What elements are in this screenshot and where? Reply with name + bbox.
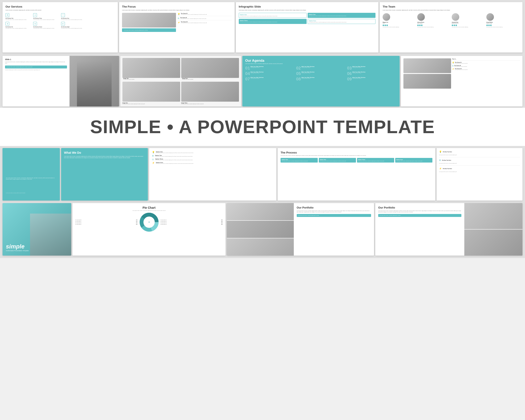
options-header-text3: Option Three Lorem ipsum dolor sit amet,… [155,158,193,160]
gallery-label-4: Image Four Lorem ipsum dolor sit amet, c… [182,78,193,80]
pie-slice-06-label: Pie Chart Slice 06 [75,223,81,224]
agenda-text-8: Write Your Slide Title Here Lorem ipsum … [301,77,314,79]
infographic-opt-3: Option Three Lorem ipsum dolor sit amet,… [239,19,307,24]
bulb-icon: 💡 [178,13,180,15]
focus-image-area: Lorem ipsum dolor sit amet, consectetur … [122,13,176,32]
agenda-num-9: 09 [347,77,352,81]
agenda-text-2: Write Your Slide Title Here Lorem ipsum … [301,66,314,68]
vision-right-img-1 [403,58,451,73]
portfolio-2-body: Lorem ipsum dolor sit amet, consectetur … [378,210,461,213]
portfolio-2-inner: Our Portfolio Lorem ipsum dolor sit amet… [375,203,523,256]
service-icon-1: ⊞ [5,13,9,17]
vision-text-1: The Vision 01 Lorem ipsum dolor sit amet… [181,13,207,15]
row2: Slide 1 Lorem ipsum dolor sit amet, cons… [0,55,525,108]
img-desc-3: Lorem ipsum dolor sit amet, consectetur … [181,103,239,104]
agenda-item-8: 08 Write Your Slide Title Here Lorem ips… [296,77,346,81]
service-icon-4: ★ [5,22,9,26]
pie-slice-03-label: Pie Chart Slice 03 [161,223,167,224]
agenda-num-4: 04 [245,71,250,75]
pie-slice-07-label: Pie Chart Slice 07 [75,221,81,222]
agenda-grid: 01 Write Your Slide Title Here Lorem ips… [245,66,397,81]
gallery-img-1 [122,82,180,102]
agenda-item-7: 07 Write Your Slide Title Here Lorem ips… [245,77,295,81]
pie-svg: ⊞ [140,213,159,232]
social-dot [456,25,457,26]
opt-header-desc3: Lorem ipsum dolor sit amet, consectetur … [155,160,193,160]
slide1-box-text: Lorem ipsum dolor sit amet, consectetur … [5,65,67,68]
gallery-item-4: Image Four Lorem ipsum dolor sit amet, c… [181,58,239,81]
slide-our-services: Our Services Lorem sit amet, consectetur… [2,2,118,53]
opt-label-4: Option Four [309,20,374,21]
service-name: Our Services Six [5,27,31,28]
avatar-amanda [452,13,459,21]
portfolio-food-img-1 [227,203,294,220]
pie-slice-04-label: Pie Chart Slice 04 [161,224,167,225]
agenda-text-7: Write Your Slide Title Here Lorem ipsum … [251,77,263,79]
social-dot [488,25,490,26]
opt-label-1: Option One [240,14,305,15]
vision-right-images [403,58,451,104]
vision-item-3: ⚡ The Vision 03 Lorem ipsum dolor sit am… [178,21,232,24]
proc-opt-desc-3: Lorem ipsum dolor sit amet, consectetur … [358,161,393,161]
right-item-label-2: Put New Text Here [442,160,451,161]
main-container: Our Services Lorem sit amet, consectetur… [0,0,525,258]
options-header2: ⊞ Option Two Lorem ipsum dolor sit amet,… [152,155,273,157]
slide1-footer-text: consectetur adipiscing elit, sed diam no… [5,69,67,70]
vision-lightning-3: ⚡ [452,68,454,70]
proc-opt-title-4: Option Four [396,159,431,160]
right-item-2: ⊞ Put New Text Here [439,159,520,161]
agenda-num-2: 02 [296,66,301,70]
focus-title: The Focus [122,5,231,8]
logo-person-area [30,214,71,256]
social-dot [10,196,11,197]
options-header: 💡 Option One Lorem ipsum dolor sit amet,… [152,151,273,153]
slide-pie-chart: Pie Chart Lorem ipsum dolor sit amet, co… [73,203,225,256]
pie-slice-08-label: Pie Chart Slice 08 [75,220,81,221]
member-desc-3: Lorem ipsum dolor sit amet consectetur a… [452,27,485,28]
vision-text-3: The Vision 03 Lorem ipsum dolor sit amet… [181,21,207,23]
logo-text-area: simple A Minimalist Presentation Templat… [6,243,29,251]
service-item: ⊞ Our Services Two Lorem ipsum dolor sit… [5,13,31,20]
right-divider-1 [439,157,520,157]
v-item-3: ⚡ The Vision 03 Lorem ipsum dolor sit am… [452,68,520,70]
pie-slice-07-value: 13% [136,221,138,222]
team-member-3: Amanda Diaz Marketing Director Lorem ips… [452,13,485,28]
team-title: The Team [383,5,520,8]
partial-social [6,196,56,197]
vision-desc-2: Lorem ipsum dolor sit amet, consectetur … [180,18,206,19]
pie-slice-01-value: 13% [221,220,223,221]
service-item: ⊕ Our Services Seven Lorem ipsum dolor s… [33,22,59,29]
focus-body: Lorem ipsum dolor sit amet, consectetur … [122,9,231,11]
portfolio-1-title: Our Portfolio [297,206,371,209]
proc-opt-desc-1: Lorem ipsum dolor sit amet, consectetur … [281,161,317,161]
pie-slice-02: Pie Chart Slice 02 12% [161,221,223,222]
process-opt-2: Option Two Lorem ipsum dolor sit amet, c… [319,158,356,163]
service-name: Our Services Three [33,18,59,19]
gallery-label-2: Image Two Lorem ipsum dolor sit amet, co… [123,78,134,80]
process-title: The Process [281,151,432,154]
pie-slice-02-value: 12% [221,221,223,222]
vision-bulb-1: 💡 [452,62,454,64]
pie-slice-06: Pie Chart Slice 06 13% [75,223,137,224]
main-title-banner: SIMPLE • A POWERPOINT TEMPLATE [0,108,525,146]
v-desc-1: Lorem ipsum dolor sit amet consectetur [455,63,468,64]
vision-item-2: ⊞ The Vision 02 Lorem ipsum dolor sit am… [178,17,232,20]
slide-options-4: 💡 Option One Lorem ipsum dolor sit amet,… [149,148,276,201]
social-dot [384,25,386,26]
options-grid-icon: ⊞ [152,155,154,157]
social-dot [490,25,492,26]
pie-legend-right: Pie Chart Slice 01 13% Pie Chart Slice 0… [161,220,223,225]
portfolio-2-title: Our Portfolio [378,206,461,209]
partial-text: me Lorem ipsum dolor sit amet, consectet… [6,177,56,180]
agenda-num-6: 06 [347,71,352,75]
right-grid-icon: ⊞ [439,159,441,161]
proc-opt-desc-2: Lorem ipsum dolor sit amet, consectetur … [320,161,355,161]
opt-header-desc4: Lorem ipsum dolor sit amet, consectetur … [156,163,193,164]
slide-portfolio-1: Our Portfolio Lorem ipsum dolor sit amet… [227,203,374,256]
service-item: ⊗ Our Services Eight Lorem ipsum dolor s… [61,22,87,29]
service-icon-6: ⊗ [61,22,65,26]
agenda-item-sub: Lorem ipsum dolor sit amet [352,73,366,74]
img-desc-1: Lorem ipsum dolor sit amet, consectetur … [122,103,180,104]
agenda-item-3: 03 Write Your Slide Title Here Lorem ips… [347,66,397,70]
service-desc: Lorem ipsum dolor sit amet, consectetur … [5,28,31,29]
